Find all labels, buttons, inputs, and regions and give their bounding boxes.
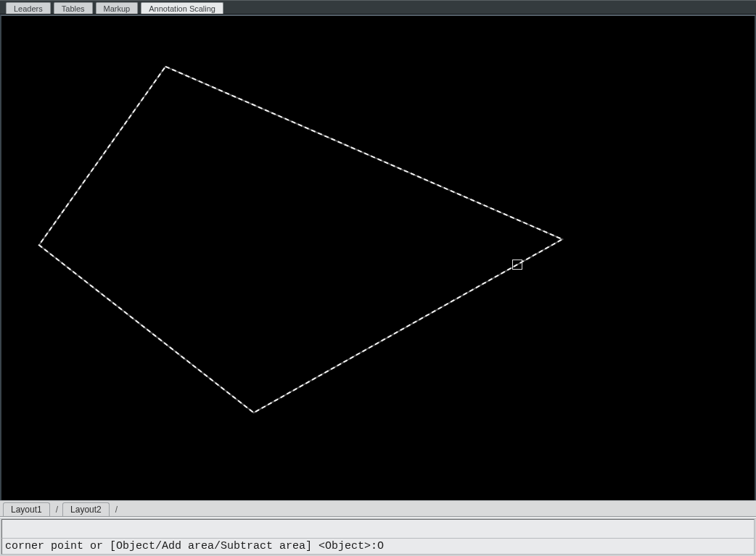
layout-tab-separator: / xyxy=(52,503,62,516)
ribbon-tab-annotation-scaling[interactable]: Annotation Scaling xyxy=(141,2,223,14)
ribbon-tab-leaders[interactable]: Leaders xyxy=(6,2,51,14)
layout-tab-label: Layout1 xyxy=(11,505,42,515)
ribbon-tab-label: Annotation Scaling xyxy=(149,4,215,13)
ribbon-tab-label: Tables xyxy=(62,4,85,13)
drawing-canvas[interactable] xyxy=(0,14,756,500)
ribbon-tab-markup[interactable]: Markup xyxy=(96,2,139,14)
layout-tab-layout1[interactable]: Layout1 xyxy=(3,502,50,516)
command-input-row: corner point or [Object/Add area/Subtrac… xyxy=(1,539,755,555)
ribbon-tab-label: Leaders xyxy=(14,4,43,13)
layout-tab-trail: / xyxy=(111,503,122,516)
layout-tab-layout2[interactable]: Layout2 xyxy=(62,502,110,516)
command-line-window: corner point or [Object/Add area/Subtrac… xyxy=(0,517,756,556)
drawing-svg xyxy=(1,16,755,500)
ribbon-tab-tables[interactable]: Tables xyxy=(54,2,93,14)
ribbon-panel-strip: Leaders Tables Markup Annotation Scaling xyxy=(0,0,756,14)
command-history[interactable] xyxy=(1,519,755,539)
layout-tab-bar: Layout1 / Layout2 / xyxy=(0,500,756,517)
command-prompt: corner point or [Object/Add area/Subtrac… xyxy=(5,540,377,552)
area-polygon-fill xyxy=(39,67,562,413)
ribbon-tab-label: Markup xyxy=(104,4,131,13)
command-input[interactable] xyxy=(377,540,751,552)
area-polygon-dashed xyxy=(39,67,562,413)
layout-tab-label: Layout2 xyxy=(70,505,102,515)
